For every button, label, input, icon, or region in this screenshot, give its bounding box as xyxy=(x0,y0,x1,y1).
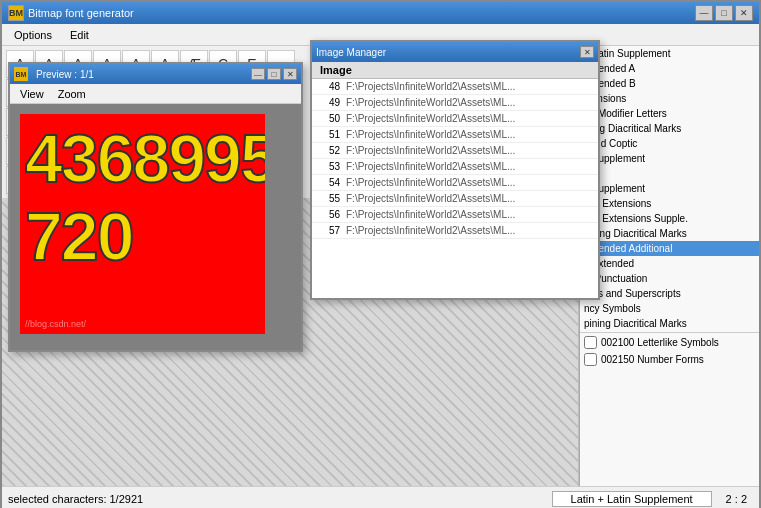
image-manager-titlebar: Image Manager ✕ xyxy=(312,42,598,62)
image-list-header: Image xyxy=(312,62,598,79)
unicode-checkbox-numberforms[interactable]: 002150 Number Forms xyxy=(580,351,759,368)
status-selected: selected characters: 1/2921 xyxy=(8,493,544,505)
list-item-num: 54 xyxy=(316,177,340,188)
unicode-item[interactable]: ining Diacritical Marks xyxy=(580,121,759,136)
preview-titlebar: BM Preview : 1/1 — □ ✕ xyxy=(10,64,301,84)
image-manager-title: Image Manager xyxy=(316,47,580,58)
unicode-item[interactable]: pining Diacritical Marks xyxy=(580,316,759,331)
separator xyxy=(580,332,759,333)
unicode-item[interactable]: c Supplement xyxy=(580,181,759,196)
unicode-item-punctuation[interactable]: al Punctuation xyxy=(580,271,759,286)
list-item[interactable]: 52 F:\Projects\InfiniteWorld2\Assets\ML.… xyxy=(312,143,598,159)
letterlike-checkbox[interactable] xyxy=(584,336,597,349)
list-item-num: 52 xyxy=(316,145,340,156)
list-item[interactable]: 53 F:\Projects\InfiniteWorld2\Assets\ML.… xyxy=(312,159,598,175)
options-menu[interactable]: Options xyxy=(6,27,60,43)
list-item-num: 48 xyxy=(316,81,340,92)
unicode-item[interactable]: ; and Coptic xyxy=(580,136,759,151)
list-item-path: F:\Projects\InfiniteWorld2\Assets\ML... xyxy=(346,113,594,124)
preview-canvas: 43689951 720 //blog.csdn.net/ xyxy=(20,114,265,334)
list-item-num: 57 xyxy=(316,225,340,236)
unicode-item[interactable]: pining Diacritical Marks xyxy=(580,226,759,241)
statusbar: selected characters: 1/2921 Latin + Lati… xyxy=(2,486,759,508)
list-item[interactable]: 54 F:\Projects\InfiniteWorld2\Assets\ML.… xyxy=(312,175,598,191)
unicode-item[interactable]: c Extended xyxy=(580,256,759,271)
main-window-title: Bitmap font generator xyxy=(28,7,691,19)
unicode-item[interactable]: etic Extensions xyxy=(580,196,759,211)
list-item-path: F:\Projects\InfiniteWorld2\Assets\ML... xyxy=(346,161,594,172)
preview-maximize[interactable]: □ xyxy=(267,68,281,80)
list-item-path: F:\Projects\InfiniteWorld2\Assets\ML... xyxy=(346,225,594,236)
preview-minimize[interactable]: — xyxy=(251,68,265,80)
unicode-item[interactable]: xtensions xyxy=(580,91,759,106)
list-item-path: F:\Projects\InfiniteWorld2\Assets\ML... xyxy=(346,97,594,108)
list-item[interactable]: 56 F:\Projects\InfiniteWorld2\Assets\ML.… xyxy=(312,207,598,223)
close-button[interactable]: ✕ xyxy=(735,5,753,21)
preview-window: BM Preview : 1/1 — □ ✕ View Zoom 4368995… xyxy=(8,62,303,352)
list-item[interactable]: 57 F:\Projects\InfiniteWorld2\Assets\ML.… xyxy=(312,223,598,239)
preview-icon: BM xyxy=(14,67,28,81)
list-item-num: 51 xyxy=(316,129,340,140)
unicode-item[interactable]: + Latin Supplement xyxy=(580,46,759,61)
titlebar-buttons: — □ ✕ xyxy=(695,5,753,21)
list-item[interactable]: 51 F:\Projects\InfiniteWorld2\Assets\ML.… xyxy=(312,127,598,143)
unicode-item[interactable]: Extended A xyxy=(580,61,759,76)
unicode-item[interactable]: etic Extensions Supple. xyxy=(580,211,759,226)
list-item[interactable]: 49 F:\Projects\InfiniteWorld2\Assets\ML.… xyxy=(312,95,598,111)
watermark: //blog.csdn.net/ xyxy=(25,319,86,329)
list-item-path: F:\Projects\InfiniteWorld2\Assets\ML... xyxy=(346,129,594,140)
preview-content: 43689951 720 //blog.csdn.net/ xyxy=(10,104,301,350)
list-item[interactable]: 55 F:\Projects\InfiniteWorld2\Assets\ML.… xyxy=(312,191,598,207)
numberforms-checkbox[interactable] xyxy=(584,353,597,366)
maximize-button[interactable]: □ xyxy=(715,5,733,21)
letterlike-label: 002100 Letterlike Symbols xyxy=(601,337,719,348)
list-item-num: 55 xyxy=(316,193,340,204)
main-titlebar: BM Bitmap font generator — □ ✕ xyxy=(2,2,759,24)
image-manager-content: Image 48 F:\Projects\InfiniteWorld2\Asse… xyxy=(312,62,598,298)
list-item-num: 56 xyxy=(316,209,340,220)
minimize-button[interactable]: — xyxy=(695,5,713,21)
preview-text-line1: 43689951 xyxy=(25,124,265,192)
list-item[interactable]: 50 F:\Projects\InfiniteWorld2\Assets\ML.… xyxy=(312,111,598,127)
preview-menubar: View Zoom xyxy=(10,84,301,104)
unicode-item[interactable]: Extended B xyxy=(580,76,759,91)
unicode-checkbox-letterlike[interactable]: 002100 Letterlike Symbols xyxy=(580,334,759,351)
unicode-item[interactable]: ripts and Superscripts xyxy=(580,286,759,301)
unicode-item[interactable]: ng Modifier Letters xyxy=(580,106,759,121)
preview-title: Preview : 1/1 xyxy=(36,69,247,80)
list-item-path: F:\Projects\InfiniteWorld2\Assets\ML... xyxy=(346,177,594,188)
list-item[interactable]: 48 F:\Projects\InfiniteWorld2\Assets\ML.… xyxy=(312,79,598,95)
preview-zoom-menu[interactable]: Zoom xyxy=(52,87,92,101)
image-manager-close[interactable]: ✕ xyxy=(580,46,594,58)
status-page: 2 : 2 xyxy=(720,492,753,506)
preview-text-line2: 720 xyxy=(25,202,132,270)
unicode-item[interactable]: ncy Symbols xyxy=(580,301,759,316)
main-window-icon: BM xyxy=(8,5,24,21)
list-item-num: 49 xyxy=(316,97,340,108)
edit-menu[interactable]: Edit xyxy=(62,27,97,43)
unicode-item[interactable]: ow xyxy=(580,166,759,181)
list-item-path: F:\Projects\InfiniteWorld2\Assets\ML... xyxy=(346,193,594,204)
status-range: Latin + Latin Supplement xyxy=(552,491,712,507)
list-item-path: F:\Projects\InfiniteWorld2\Assets\ML... xyxy=(346,81,594,92)
list-item-path: F:\Projects\InfiniteWorld2\Assets\ML... xyxy=(346,209,594,220)
image-manager-window: Image Manager ✕ Image 48 F:\Projects\Inf… xyxy=(310,40,600,300)
list-item-num: 53 xyxy=(316,161,340,172)
preview-close[interactable]: ✕ xyxy=(283,68,297,80)
image-list: 48 F:\Projects\InfiniteWorld2\Assets\ML.… xyxy=(312,79,598,298)
unicode-item[interactable]: c Supplement xyxy=(580,151,759,166)
list-item-path: F:\Projects\InfiniteWorld2\Assets\ML... xyxy=(346,145,594,156)
unicode-panel: + Latin Supplement Extended A Extended B… xyxy=(579,46,759,486)
numberforms-label: 002150 Number Forms xyxy=(601,354,704,365)
list-item-num: 50 xyxy=(316,113,340,124)
preview-view-menu[interactable]: View xyxy=(14,87,50,101)
unicode-item-extended-additional[interactable]: Extended Additional xyxy=(580,241,759,256)
